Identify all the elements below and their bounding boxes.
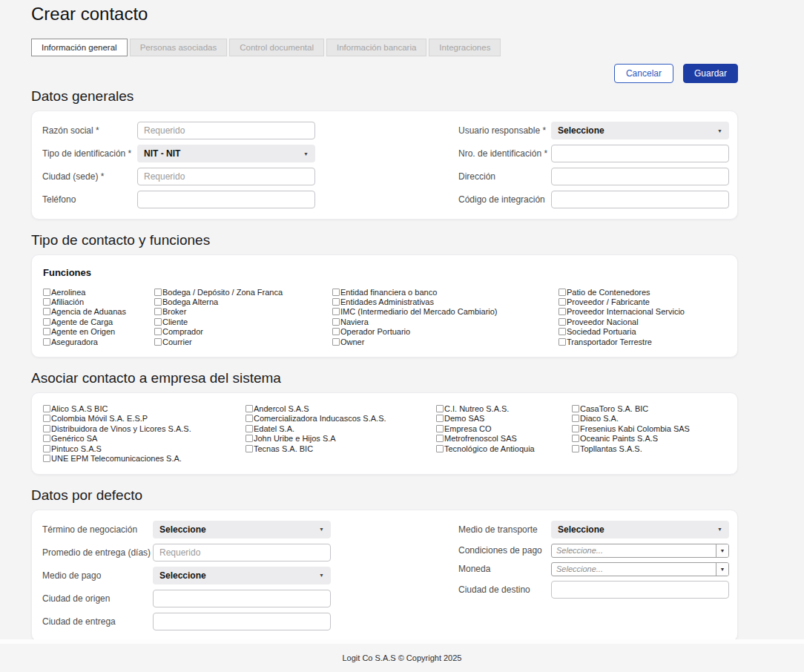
checkbox[interactable]	[436, 415, 444, 422]
checkbox[interactable]	[154, 338, 162, 346]
chevron-down-icon[interactable]: ▼	[716, 544, 728, 557]
checkbox-item[interactable]: Patio de Contenedores	[558, 287, 727, 297]
checkbox[interactable]	[246, 445, 253, 452]
checkbox[interactable]	[246, 435, 253, 442]
checkbox-item[interactable]: C.I. Nutreo S.A.S.	[436, 403, 572, 413]
moneda-combobox[interactable]: Seleccione... ▼	[551, 562, 729, 576]
checkbox[interactable]	[436, 435, 444, 442]
checkbox-item[interactable]: Genérico SA	[43, 434, 246, 444]
save-button[interactable]: Guardar	[683, 64, 738, 83]
checkbox-item[interactable]: Entidad financiera o banco	[332, 287, 558, 297]
checkbox-item[interactable]: Proveedor Nacional	[558, 317, 727, 326]
checkbox[interactable]	[43, 415, 50, 422]
tab-integraciones[interactable]: Integraciones	[429, 39, 501, 56]
checkbox[interactable]	[154, 318, 162, 326]
checkbox-item[interactable]: Colombia Móvil S.A. E.S.P	[43, 414, 246, 424]
checkbox[interactable]	[154, 308, 162, 315]
codigo-integracion-input[interactable]	[551, 191, 729, 208]
checkbox[interactable]	[154, 328, 162, 335]
checkbox-item[interactable]: Tecnas S.A. BIC	[246, 444, 436, 453]
checkbox[interactable]	[332, 298, 340, 306]
checkbox[interactable]	[436, 405, 444, 412]
checkbox-item[interactable]: Edatel S.A.	[246, 424, 436, 433]
checkbox-item[interactable]: Sociedad Portuaria	[558, 327, 727, 337]
checkbox[interactable]	[43, 455, 50, 462]
checkbox[interactable]	[558, 308, 566, 315]
checkbox-item[interactable]: Proveedor Internacional Servicio	[558, 307, 727, 317]
checkbox-item[interactable]: Agente de Carga	[43, 317, 154, 326]
checkbox[interactable]	[558, 289, 566, 296]
checkbox-item[interactable]: Fresenius Kabi Colombia SAS	[572, 424, 727, 433]
checkbox-item[interactable]: Distribuidora de Vinos y Licores S.A.S.	[43, 424, 246, 433]
checkbox[interactable]	[43, 445, 50, 452]
medio-transporte-select[interactable]: Seleccione ▼	[551, 521, 729, 538]
checkbox[interactable]	[436, 445, 444, 452]
checkbox-item[interactable]: IMC (Intermediario del Mercado Cambiario…	[332, 307, 558, 317]
tab-informacion-bancaria[interactable]: Información bancaria	[326, 39, 426, 56]
checkbox[interactable]	[572, 415, 579, 422]
ciudad-entrega-input[interactable]	[153, 613, 331, 630]
checkbox-item[interactable]: Bodega Alterna	[154, 297, 332, 306]
direccion-input[interactable]	[551, 168, 729, 185]
checkbox[interactable]	[572, 405, 579, 412]
checkbox[interactable]	[246, 415, 253, 422]
checkbox-item[interactable]: Topllantas S.A.S.	[572, 444, 727, 453]
ciudad-destino-input[interactable]	[551, 581, 729, 599]
checkbox-item[interactable]: Courrier	[154, 337, 332, 346]
checkbox-item[interactable]: Aseguradora	[43, 337, 154, 346]
checkbox[interactable]	[332, 338, 340, 346]
checkbox-item[interactable]: Andercol S.A.S	[246, 403, 436, 413]
checkbox-item[interactable]: John Uribe e Hijos S.A	[246, 434, 436, 444]
checkbox-item[interactable]: Naviera	[332, 317, 558, 326]
checkbox[interactable]	[43, 425, 50, 432]
telefono-input[interactable]	[137, 191, 315, 208]
checkbox-item[interactable]: Diaco S.A.	[572, 414, 727, 424]
checkbox[interactable]	[154, 298, 162, 306]
checkbox[interactable]	[43, 328, 50, 335]
checkbox-item[interactable]: Aerolinea	[43, 287, 154, 297]
checkbox[interactable]	[246, 425, 253, 432]
checkbox[interactable]	[436, 425, 444, 432]
ciudad-origen-input[interactable]	[153, 590, 331, 607]
checkbox-item[interactable]: Metrofrenoscol SAS	[436, 434, 572, 444]
checkbox-item[interactable]: Bodega / Depósito / Zona Franca	[154, 287, 332, 297]
checkbox[interactable]	[154, 289, 162, 296]
checkbox[interactable]	[572, 425, 579, 432]
checkbox[interactable]	[43, 308, 50, 315]
checkbox[interactable]	[246, 405, 253, 412]
termino-negociacion-select[interactable]: Seleccione ▼	[153, 521, 331, 538]
checkbox-item[interactable]: Empresa CO	[436, 424, 572, 433]
checkbox-item[interactable]: Afiliación	[43, 297, 154, 306]
tipo-identificacion-select[interactable]: NIT - NIT ▼	[137, 145, 315, 162]
checkbox-item[interactable]: Transportador Terrestre	[558, 337, 727, 346]
tab-informacion-general[interactable]: Información general	[31, 39, 128, 56]
checkbox[interactable]	[572, 445, 579, 452]
checkbox[interactable]	[43, 318, 50, 326]
checkbox[interactable]	[43, 435, 50, 442]
checkbox[interactable]	[43, 298, 50, 306]
checkbox-item[interactable]: Agencia de Aduanas	[43, 307, 154, 317]
checkbox-item[interactable]: Pintuco S.A.S	[43, 444, 246, 453]
checkbox[interactable]	[558, 328, 566, 335]
checkbox-item[interactable]: CasaToro S.A. BIC	[572, 403, 727, 413]
checkbox-item[interactable]: UNE EPM Telecomunicaciones S.A.	[43, 453, 246, 463]
tab-personas-asociadas[interactable]: Personas asociadas	[130, 39, 228, 56]
checkbox[interactable]	[43, 289, 50, 296]
checkbox[interactable]	[558, 338, 566, 346]
checkbox-item[interactable]: Tecnológico de Antioquia	[436, 444, 572, 453]
checkbox-item[interactable]: Comprador	[154, 327, 332, 337]
checkbox[interactable]	[332, 289, 340, 296]
ciudad-sede-input[interactable]	[137, 168, 315, 185]
checkbox-item[interactable]: Entidades Administrativas	[332, 297, 558, 306]
checkbox-item[interactable]: Demo SAS	[436, 414, 572, 424]
checkbox[interactable]	[558, 298, 566, 306]
condiciones-pago-combobox[interactable]: Seleccione... ▼	[551, 544, 729, 558]
promedio-entrega-input[interactable]	[153, 544, 331, 561]
checkbox-item[interactable]: Alico S.A.S BIC	[43, 403, 246, 413]
usuario-responsable-select[interactable]: Seleccione ▼	[551, 122, 729, 139]
razon-social-input[interactable]	[137, 122, 315, 139]
tab-control-documental[interactable]: Control documental	[229, 39, 324, 56]
checkbox[interactable]	[572, 435, 579, 442]
checkbox-item[interactable]: Oceanic Paints S.A.S	[572, 434, 727, 444]
medio-pago-select[interactable]: Seleccione ▼	[153, 567, 331, 584]
